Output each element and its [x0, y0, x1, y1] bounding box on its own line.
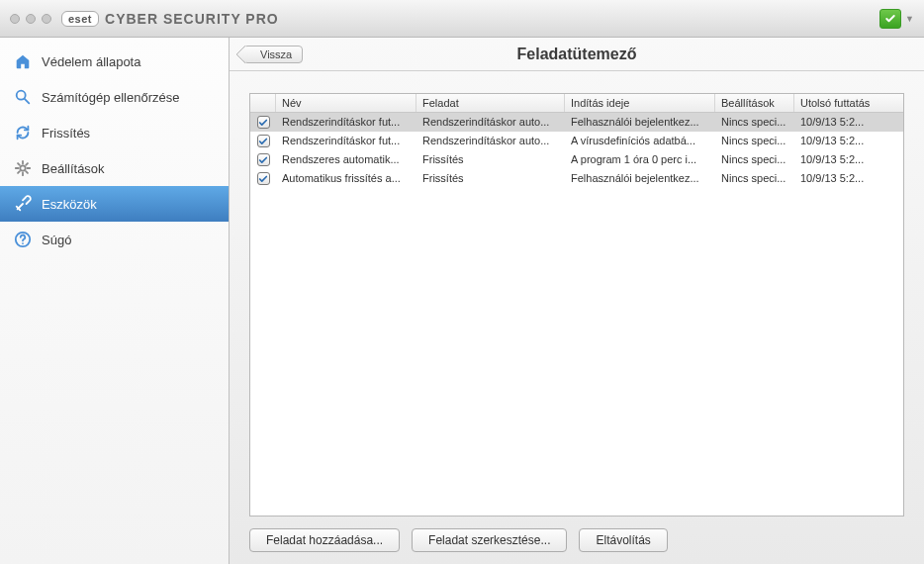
- row-task: Rendszerindításkor auto...: [416, 132, 565, 150]
- sidebar-item-label: Frissítés: [42, 126, 90, 141]
- sidebar-item-label: Védelem állapota: [42, 54, 140, 69]
- chevron-down-icon[interactable]: ▼: [905, 14, 914, 24]
- footer-buttons: Feladat hozzáadása... Feladat szerkeszté…: [249, 517, 904, 552]
- refresh-icon: [14, 124, 32, 141]
- row-start: Felhasználói bejelentkez...: [565, 169, 715, 188]
- row-last-run: 10/9/13 5:2...: [794, 169, 903, 188]
- back-button[interactable]: Vissza: [243, 46, 303, 63]
- row-checkbox-cell[interactable]: [250, 150, 276, 169]
- sidebar-item-label: Beállítások: [42, 161, 105, 176]
- brand-title: CYBER SECURITY PRO: [105, 11, 279, 27]
- sidebar-item-protection-status[interactable]: Védelem állapota: [0, 44, 229, 79]
- table-row[interactable]: Rendszerindításkor fut...Rendszerindítás…: [250, 113, 903, 132]
- row-checkbox-cell[interactable]: [250, 113, 276, 132]
- main-panel: Vissza Feladatütemező Név Feladat Indítá…: [230, 38, 924, 564]
- content-area: Név Feladat Indítás ideje Beállítások Ut…: [230, 71, 924, 564]
- sidebar-item-label: Számítógép ellenőrzése: [42, 90, 179, 105]
- row-checkbox-cell[interactable]: [250, 169, 276, 188]
- row-settings: Nincs speci...: [715, 150, 794, 169]
- row-task: Frissítés: [416, 150, 565, 169]
- sidebar-item-tools[interactable]: Eszközök: [0, 186, 229, 222]
- col-header-checkbox[interactable]: [250, 94, 276, 112]
- row-start: A vírusdefiníciós adatbá...: [565, 132, 715, 150]
- window-controls: [10, 14, 51, 24]
- sidebar-item-help[interactable]: Súgó: [0, 222, 229, 257]
- protection-status-indicator[interactable]: [879, 9, 901, 29]
- table-row[interactable]: Automatikus frissítés a...FrissítésFelha…: [250, 169, 903, 188]
- col-header-task[interactable]: Feladat: [416, 94, 565, 112]
- sidebar-item-update[interactable]: Frissítés: [0, 115, 229, 150]
- svg-line-1: [25, 99, 30, 104]
- gear-icon: [14, 159, 32, 177]
- row-last-run: 10/9/13 5:2...: [794, 113, 903, 132]
- table-header: Név Feladat Indítás ideje Beállítások Ut…: [250, 94, 903, 113]
- check-icon: [884, 13, 896, 25]
- table-row[interactable]: Rendszerindításkor fut...Rendszerindítás…: [250, 132, 903, 150]
- scheduler-table: Név Feladat Indítás ideje Beállítások Ut…: [249, 93, 904, 517]
- row-checkbox[interactable]: [257, 153, 270, 166]
- row-settings: Nincs speci...: [715, 169, 794, 188]
- row-checkbox[interactable]: [257, 135, 270, 147]
- row-name: Automatikus frissítés a...: [276, 169, 416, 188]
- row-name: Rendszerindításkor fut...: [276, 113, 416, 132]
- col-header-last-run[interactable]: Utolsó futtatás: [794, 94, 903, 112]
- row-settings: Nincs speci...: [715, 113, 794, 132]
- row-name: Rendszeres automatik...: [276, 150, 416, 169]
- edit-task-button[interactable]: Feladat szerkesztése...: [412, 528, 567, 552]
- col-header-name[interactable]: Név: [276, 94, 416, 112]
- search-icon: [14, 88, 32, 106]
- minimize-dot[interactable]: [26, 14, 36, 24]
- svg-point-4: [22, 242, 24, 244]
- brand-badge: eset: [61, 11, 99, 27]
- row-checkbox[interactable]: [257, 116, 270, 129]
- help-icon: [14, 231, 32, 248]
- row-task: Frissítés: [416, 169, 565, 188]
- row-start: A program 1 óra 0 perc i...: [565, 150, 715, 169]
- col-header-settings[interactable]: Beállítások: [715, 94, 794, 112]
- close-dot[interactable]: [10, 14, 20, 24]
- main-header: Vissza Feladatütemező: [230, 38, 924, 71]
- table-body: Rendszerindításkor fut...Rendszerindítás…: [250, 113, 903, 516]
- table-row[interactable]: Rendszeres automatik...FrissítésA progra…: [250, 150, 903, 169]
- row-start: Felhasználói bejelentkez...: [565, 113, 715, 132]
- add-task-button[interactable]: Feladat hozzáadása...: [249, 528, 400, 552]
- sidebar-item-label: Súgó: [42, 233, 71, 247]
- sidebar: Védelem állapota Számítógép ellenőrzése …: [0, 38, 230, 564]
- row-name: Rendszerindításkor fut...: [276, 132, 416, 150]
- row-task: Rendszerindításkor auto...: [416, 113, 565, 132]
- tools-icon: [14, 195, 32, 213]
- svg-point-2: [20, 165, 25, 170]
- row-last-run: 10/9/13 5:2...: [794, 132, 903, 150]
- sidebar-item-computer-scan[interactable]: Számítógép ellenőrzése: [0, 79, 229, 115]
- back-button-label: Vissza: [260, 48, 292, 60]
- row-checkbox-cell[interactable]: [250, 132, 276, 150]
- row-last-run: 10/9/13 5:2...: [794, 150, 903, 169]
- row-settings: Nincs speci...: [715, 132, 794, 150]
- col-header-start[interactable]: Indítás ideje: [565, 94, 715, 112]
- sidebar-item-settings[interactable]: Beállítások: [0, 150, 229, 186]
- row-checkbox[interactable]: [257, 172, 270, 185]
- sidebar-item-label: Eszközök: [42, 197, 97, 212]
- remove-task-button[interactable]: Eltávolítás: [579, 528, 667, 552]
- zoom-dot[interactable]: [42, 14, 51, 24]
- titlebar: eset CYBER SECURITY PRO ▼: [0, 0, 924, 38]
- page-title: Feladatütemező: [230, 46, 924, 63]
- home-icon: [14, 52, 32, 70]
